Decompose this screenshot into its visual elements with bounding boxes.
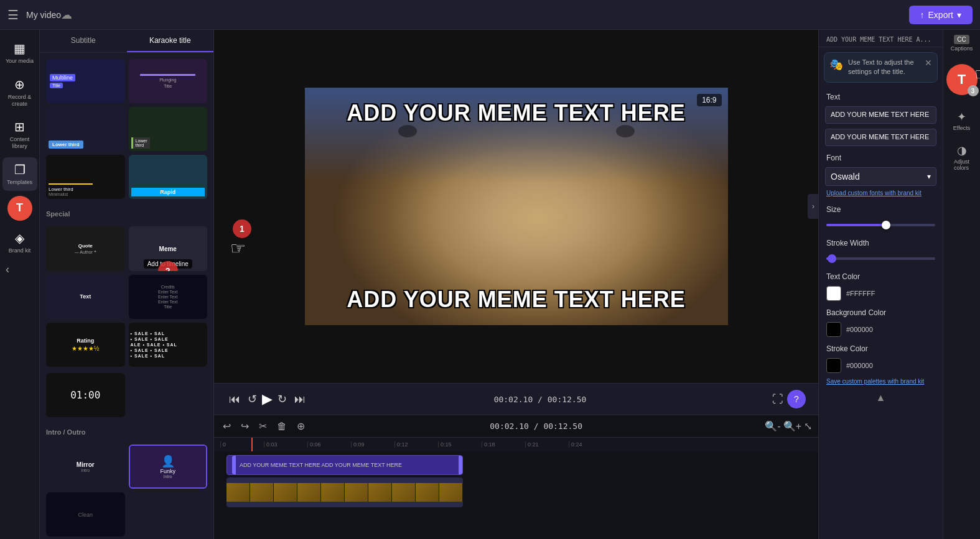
size-slider-thumb[interactable] <box>882 221 890 229</box>
bg-color-swatch[interactable] <box>826 322 841 337</box>
project-title[interactable]: My video <box>26 10 61 20</box>
mirror-sub: Intro <box>81 468 90 472</box>
tab-subtitle[interactable]: Subtitle <box>40 30 127 52</box>
panel-collapse-arrow[interactable]: ▲ <box>819 390 943 406</box>
playback-controls: ⏮ ↺ ▶ ↻ ⏭ <box>226 390 308 408</box>
template-card-rapid[interactable]: Rapid <box>129 155 208 199</box>
mirror-inner: Mirror Intro <box>46 445 125 489</box>
annotation-1-number: 1 <box>240 224 245 234</box>
ruler-mark-9: 0:09 <box>351 441 394 448</box>
template-card-funky[interactable]: 👤 Funky Intro <box>129 445 208 489</box>
template-card-timer[interactable]: 01:00 <box>46 373 125 417</box>
template-tabs: Subtitle Karaoke title <box>40 30 213 53</box>
right-sidebar: CC Captions T 3 ☞ ✦ Effects ◑ Adjustcolo… <box>943 30 980 539</box>
sale-line5: • SALE • SAL <box>131 353 165 359</box>
stroke-slider[interactable] <box>819 250 943 267</box>
template-card-meme[interactable]: Meme Add to timeline 2 <box>129 226 208 270</box>
playhead[interactable] <box>251 438 253 451</box>
ruler-marks: 0 0:03 0:06 0:09 0:12 0:15 0:18 0:21 0:2… <box>220 441 812 448</box>
lt-blue-inner: Lower third <box>46 107 125 151</box>
ruler-mark-15: 0:15 <box>438 441 482 448</box>
size-slider-track <box>826 224 935 226</box>
panel-expand-right[interactable]: › <box>808 194 818 219</box>
stroke-color-hex: #000000 <box>846 362 873 369</box>
sale-line1: • SALE • SAL <box>131 331 165 336</box>
tab-karaoke[interactable]: Karaoke title <box>127 30 214 52</box>
redo-button[interactable]: ↪ <box>238 419 251 433</box>
mirror-text: Mirror <box>77 461 95 468</box>
text-color-row: #FFFFFF <box>819 283 943 303</box>
clip-handle-left[interactable] <box>232 456 236 474</box>
template-card-multiline[interactable]: Multiline Title <box>46 59 125 103</box>
aspect-ratio-badge: 16:9 <box>697 94 721 106</box>
lt-green-bar: Lowerthird <box>131 137 150 149</box>
font-dropdown[interactable]: Oswald ▾ <box>825 167 936 186</box>
template-card-clean[interactable]: Clean <box>46 492 125 537</box>
video-clip[interactable] <box>226 477 463 507</box>
skip-back-button[interactable]: ⏮ <box>226 390 243 408</box>
brand-kit-icon: ◈ <box>15 231 24 246</box>
template-card-credits[interactable]: Credits Enter Text Enter Text Enter Text… <box>129 275 208 319</box>
rapid-inner: Rapid <box>129 155 208 199</box>
help-button[interactable]: ? <box>787 390 806 408</box>
adjust-colors-item[interactable]: ◑ Adjustcolors <box>946 139 978 176</box>
template-card-rating[interactable]: Rating ★★★★½ <box>46 323 125 367</box>
cut-button[interactable]: ✂ <box>256 419 269 433</box>
lt-mini-sub: Minimalist <box>49 192 68 196</box>
template-card-plunging[interactable]: Plunging Title <box>129 59 208 103</box>
quote-author: — Author ❝ <box>75 250 96 255</box>
effects-item[interactable]: ✦ Effects <box>946 105 978 136</box>
template-grid-intro: Mirror Intro 👤 Funky Intro Clean <box>40 438 213 539</box>
ruler-mark-18: 0:18 <box>482 441 525 448</box>
template-card-lt-green[interactable]: Lowerthird <box>129 107 208 151</box>
text-section-title: Text <box>819 88 943 104</box>
font-section-title: Font <box>819 149 943 165</box>
templates-icon: ❐ <box>14 162 26 177</box>
toast-close[interactable]: ✕ <box>925 58 932 68</box>
rewind-button[interactable]: ↺ <box>245 390 259 408</box>
duplicate-button[interactable]: ⊕ <box>294 419 307 433</box>
cc-button[interactable]: CC <box>954 35 969 44</box>
template-card-mirror[interactable]: Mirror Intro <box>46 445 125 489</box>
fullscreen-button[interactable]: ⛶ <box>772 393 783 406</box>
zoom-out-button[interactable]: 🔍- <box>765 420 780 432</box>
undo-button[interactable]: ↩ <box>220 419 233 433</box>
text-clip[interactable]: ADD YOUR MEME TEXT HERE ADD YOUR MEME TE… <box>226 455 463 475</box>
props-title: ADD YOUR MEME TEXT HERE A... <box>826 36 931 43</box>
text-color-swatch[interactable] <box>826 286 841 301</box>
main-layout: ▦ Your media ⊕ Record &create ⊞ Contentl… <box>0 30 980 539</box>
lt-blue-bar: Lower third <box>49 141 83 149</box>
rating-name: Rating <box>77 338 94 344</box>
template-card-lt-minimalist[interactable]: Lower third Minimalist <box>46 155 125 199</box>
clip-handle-right[interactable] <box>459 456 462 474</box>
template-card-text[interactable]: Text <box>46 275 125 319</box>
delete-button[interactable]: 🗑 <box>274 420 289 433</box>
template-card-sale[interactable]: • SALE • SAL • SALE • SALE ALE • SALE • … <box>129 323 208 367</box>
cloud-icon: ☁ <box>61 8 72 22</box>
text-input-2[interactable]: ADD YOUR MEME TEXT HERE <box>825 129 936 146</box>
zoom-in-button[interactable]: 🔍+ <box>783 420 801 432</box>
template-card-lt-blue[interactable]: Lower third <box>46 107 125 151</box>
lt-minimalist-inner: Lower third Minimalist <box>46 155 125 199</box>
size-slider[interactable] <box>819 216 943 234</box>
stroke-color-swatch[interactable] <box>826 358 841 373</box>
timeline-ruler: 0 0:03 0:06 0:09 0:12 0:15 0:18 0:21 0:2… <box>214 438 818 451</box>
fit-button[interactable]: ⤡ <box>804 420 812 432</box>
play-button[interactable]: ▶ <box>262 391 273 407</box>
panel-collapse-left[interactable]: ‹ <box>0 30 15 539</box>
stroke-slider-thumb[interactable] <box>828 254 836 263</box>
save-palettes-link[interactable]: Save custom palettes with brand kit <box>819 375 943 390</box>
preview-area: ADD YOUR MEME TEXT HERE ADD YOUR MEME TE… <box>214 30 818 539</box>
upload-icon: ↑ <box>920 10 925 20</box>
ruler-mark-6: 0:06 <box>307 441 351 448</box>
forward-button[interactable]: ↻ <box>275 390 289 408</box>
chevron-down-icon-font: ▾ <box>927 172 931 181</box>
captions-label: Captions <box>951 45 973 52</box>
template-card-quote[interactable]: Quote — Author ❝ <box>46 226 125 270</box>
text-icon-large[interactable]: T 3 <box>946 64 978 95</box>
skip-forward-button[interactable]: ⏭ <box>292 390 308 408</box>
upload-fonts-link[interactable]: Upload custom fonts with brand kit <box>819 188 943 200</box>
stroke-color-row: #000000 <box>819 356 943 375</box>
export-button[interactable]: ↑ Export ▾ <box>909 6 973 24</box>
text-input-1[interactable]: ADD YOUR MEME TEXT HERE <box>825 106 936 124</box>
